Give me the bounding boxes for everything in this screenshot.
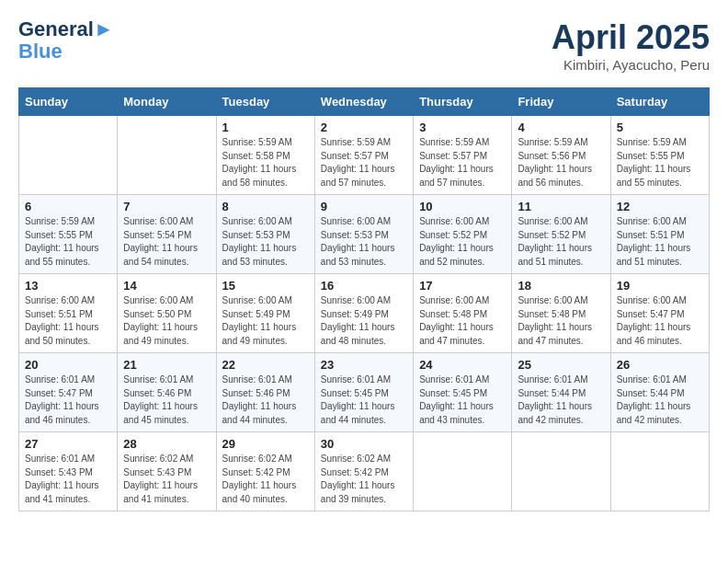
- calendar-week-row: 27Sunrise: 6:01 AM Sunset: 5:43 PM Dayli…: [19, 432, 710, 511]
- calendar-week-row: 20Sunrise: 6:01 AM Sunset: 5:47 PM Dayli…: [19, 353, 710, 432]
- day-number: 27: [25, 437, 111, 451]
- day-number: 11: [518, 200, 604, 213]
- logo-text: General►Blue: [18, 18, 114, 63]
- day-info: Sunrise: 6:00 AM Sunset: 5:48 PM Dayligh…: [518, 294, 604, 348]
- calendar-cell: 29Sunrise: 6:02 AM Sunset: 5:42 PM Dayli…: [216, 432, 314, 511]
- calendar-cell: 3Sunrise: 5:59 AM Sunset: 5:57 PM Daylig…: [414, 116, 512, 195]
- calendar-cell: 30Sunrise: 6:02 AM Sunset: 5:42 PM Dayli…: [314, 432, 413, 511]
- day-number: 13: [25, 279, 111, 293]
- calendar-week-row: 13Sunrise: 6:00 AM Sunset: 5:51 PM Dayli…: [19, 274, 710, 353]
- calendar-cell: 27Sunrise: 6:01 AM Sunset: 5:43 PM Dayli…: [19, 432, 118, 511]
- day-number: 25: [518, 358, 604, 372]
- day-info: Sunrise: 6:01 AM Sunset: 5:46 PM Dayligh…: [123, 373, 210, 427]
- day-info: Sunrise: 6:00 AM Sunset: 5:52 PM Dayligh…: [518, 215, 604, 269]
- weekday-header-monday: Monday: [118, 88, 216, 116]
- calendar-cell: 7Sunrise: 6:00 AM Sunset: 5:54 PM Daylig…: [118, 195, 216, 274]
- day-number: 20: [25, 358, 111, 372]
- day-number: 14: [123, 279, 210, 293]
- day-number: 26: [617, 358, 703, 372]
- calendar-cell: 19Sunrise: 6:00 AM Sunset: 5:47 PM Dayli…: [610, 274, 709, 353]
- day-info: Sunrise: 5:59 AM Sunset: 5:57 PM Dayligh…: [321, 136, 407, 190]
- weekday-header-thursday: Thursday: [414, 88, 512, 116]
- calendar-cell: 17Sunrise: 6:00 AM Sunset: 5:48 PM Dayli…: [414, 274, 512, 353]
- calendar-cell: [118, 116, 216, 195]
- day-info: Sunrise: 6:00 AM Sunset: 5:53 PM Dayligh…: [222, 215, 309, 269]
- calendar-header-row: SundayMondayTuesdayWednesdayThursdayFrid…: [19, 88, 710, 116]
- calendar-cell: 21Sunrise: 6:01 AM Sunset: 5:46 PM Dayli…: [118, 353, 216, 432]
- calendar-week-row: 6Sunrise: 5:59 AM Sunset: 5:55 PM Daylig…: [19, 195, 710, 274]
- day-info: Sunrise: 6:01 AM Sunset: 5:45 PM Dayligh…: [419, 373, 506, 427]
- calendar-cell: 28Sunrise: 6:02 AM Sunset: 5:43 PM Dayli…: [118, 432, 216, 511]
- day-number: 22: [222, 358, 309, 372]
- calendar-week-row: 1Sunrise: 5:59 AM Sunset: 5:58 PM Daylig…: [19, 116, 710, 195]
- day-info: Sunrise: 6:00 AM Sunset: 5:47 PM Dayligh…: [617, 294, 703, 348]
- day-info: Sunrise: 5:59 AM Sunset: 5:57 PM Dayligh…: [419, 136, 506, 190]
- calendar-cell: [610, 432, 709, 511]
- calendar-cell: 10Sunrise: 6:00 AM Sunset: 5:52 PM Dayli…: [414, 195, 512, 274]
- weekday-header-sunday: Sunday: [19, 88, 118, 116]
- day-number: 2: [321, 121, 407, 134]
- calendar-cell: 4Sunrise: 5:59 AM Sunset: 5:56 PM Daylig…: [512, 116, 610, 195]
- day-number: 30: [321, 437, 407, 451]
- calendar-cell: 18Sunrise: 6:00 AM Sunset: 5:48 PM Dayli…: [512, 274, 610, 353]
- calendar-cell: 24Sunrise: 6:01 AM Sunset: 5:45 PM Dayli…: [414, 353, 512, 432]
- calendar-cell: 25Sunrise: 6:01 AM Sunset: 5:44 PM Dayli…: [512, 353, 610, 432]
- day-info: Sunrise: 6:00 AM Sunset: 5:49 PM Dayligh…: [321, 294, 407, 348]
- day-info: Sunrise: 6:00 AM Sunset: 5:48 PM Dayligh…: [419, 294, 506, 348]
- day-info: Sunrise: 6:00 AM Sunset: 5:49 PM Dayligh…: [222, 294, 309, 348]
- calendar-cell: 26Sunrise: 6:01 AM Sunset: 5:44 PM Dayli…: [610, 353, 709, 432]
- day-info: Sunrise: 6:02 AM Sunset: 5:43 PM Dayligh…: [123, 453, 210, 506]
- calendar-cell: 6Sunrise: 5:59 AM Sunset: 5:55 PM Daylig…: [19, 195, 118, 274]
- day-number: 4: [518, 121, 604, 134]
- calendar-cell: [19, 116, 118, 195]
- calendar-table: SundayMondayTuesdayWednesdayThursdayFrid…: [18, 87, 710, 511]
- location: Kimbiri, Ayacucho, Peru: [552, 57, 710, 73]
- day-info: Sunrise: 6:01 AM Sunset: 5:43 PM Dayligh…: [25, 453, 111, 506]
- day-info: Sunrise: 6:02 AM Sunset: 5:42 PM Dayligh…: [321, 453, 407, 506]
- day-number: 23: [321, 358, 407, 372]
- logo: General►Blue: [18, 18, 114, 63]
- day-info: Sunrise: 6:00 AM Sunset: 5:50 PM Dayligh…: [123, 294, 210, 348]
- calendar-cell: 9Sunrise: 6:00 AM Sunset: 5:53 PM Daylig…: [314, 195, 413, 274]
- day-number: 8: [222, 200, 309, 213]
- weekday-header-tuesday: Tuesday: [216, 88, 314, 116]
- day-info: Sunrise: 6:02 AM Sunset: 5:42 PM Dayligh…: [222, 453, 309, 506]
- day-number: 1: [222, 121, 309, 134]
- calendar-cell: 23Sunrise: 6:01 AM Sunset: 5:45 PM Dayli…: [314, 353, 413, 432]
- day-number: 9: [321, 200, 407, 213]
- calendar-cell: 11Sunrise: 6:00 AM Sunset: 5:52 PM Dayli…: [512, 195, 610, 274]
- day-info: Sunrise: 6:01 AM Sunset: 5:47 PM Dayligh…: [25, 373, 111, 427]
- day-number: 24: [419, 358, 506, 372]
- day-number: 28: [123, 437, 210, 451]
- day-number: 10: [419, 200, 506, 213]
- day-info: Sunrise: 6:00 AM Sunset: 5:51 PM Dayligh…: [617, 215, 703, 269]
- calendar-cell: [414, 432, 512, 511]
- day-info: Sunrise: 5:59 AM Sunset: 5:55 PM Dayligh…: [617, 136, 703, 190]
- title-block: April 2025 Kimbiri, Ayacucho, Peru: [552, 18, 710, 73]
- day-info: Sunrise: 6:00 AM Sunset: 5:53 PM Dayligh…: [321, 215, 407, 269]
- calendar-cell: 14Sunrise: 6:00 AM Sunset: 5:50 PM Dayli…: [118, 274, 216, 353]
- day-info: Sunrise: 5:59 AM Sunset: 5:56 PM Dayligh…: [518, 136, 604, 190]
- day-number: 3: [419, 121, 506, 134]
- day-info: Sunrise: 6:01 AM Sunset: 5:45 PM Dayligh…: [321, 373, 407, 427]
- weekday-header-friday: Friday: [512, 88, 610, 116]
- calendar-cell: 13Sunrise: 6:00 AM Sunset: 5:51 PM Dayli…: [19, 274, 118, 353]
- day-number: 7: [123, 200, 210, 213]
- page-header: General►Blue April 2025 Kimbiri, Ayacuch…: [18, 18, 710, 73]
- day-info: Sunrise: 6:01 AM Sunset: 5:44 PM Dayligh…: [518, 373, 604, 427]
- day-info: Sunrise: 6:00 AM Sunset: 5:51 PM Dayligh…: [25, 294, 111, 348]
- day-number: 17: [419, 279, 506, 293]
- calendar-cell: 2Sunrise: 5:59 AM Sunset: 5:57 PM Daylig…: [314, 116, 413, 195]
- day-number: 15: [222, 279, 309, 293]
- day-number: 19: [617, 279, 703, 293]
- day-number: 16: [321, 279, 407, 293]
- day-info: Sunrise: 5:59 AM Sunset: 5:58 PM Dayligh…: [222, 136, 309, 190]
- day-info: Sunrise: 5:59 AM Sunset: 5:55 PM Dayligh…: [25, 215, 111, 269]
- calendar-cell: 12Sunrise: 6:00 AM Sunset: 5:51 PM Dayli…: [610, 195, 709, 274]
- calendar-cell: 20Sunrise: 6:01 AM Sunset: 5:47 PM Dayli…: [19, 353, 118, 432]
- day-number: 21: [123, 358, 210, 372]
- day-number: 5: [617, 121, 703, 134]
- day-number: 6: [25, 200, 111, 213]
- weekday-header-wednesday: Wednesday: [314, 88, 413, 116]
- month-title: April 2025: [552, 18, 710, 57]
